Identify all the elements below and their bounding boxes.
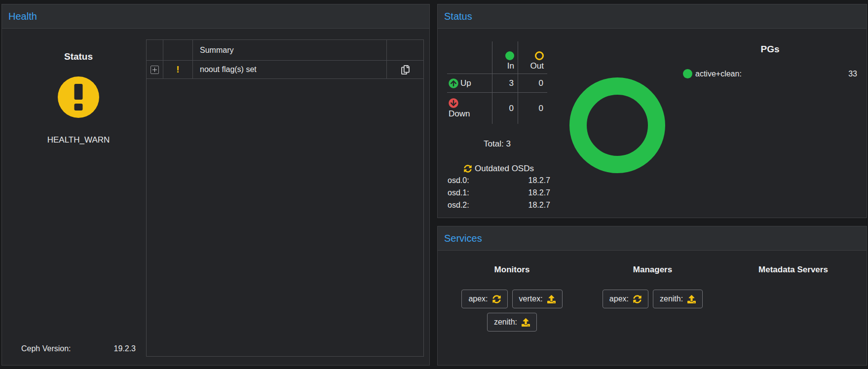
managers-buttons: apex: zenith: [582,290,723,308]
osd-name: osd.2: [448,201,469,210]
health-panel: Health Status HEALTH_WARN Ceph Version: … [1,4,430,366]
osd-in-header: In [492,41,518,74]
managers-column: Managers apex: zenith: [582,251,723,308]
pgs-legend-value: 33 [848,70,857,78]
services-panel: Services Monitors apex: vertex: zenith: … [437,226,867,366]
monitors-title: Monitors [494,265,530,275]
summary-table-header-row: Summary [147,40,423,61]
status-panel-title: Status [444,11,472,22]
service-label: apex: [468,295,488,303]
service-label: zenith: [660,295,683,303]
service-button-mon-apex[interactable]: apex: [461,290,507,308]
metadata-servers-title: Metadata Servers [758,265,828,275]
expand-column-header [147,40,163,60]
warning-icon: ! [176,64,179,75]
refresh-icon [492,295,501,303]
service-button-mgr-apex[interactable]: apex: [603,290,648,308]
out-ring-icon [535,51,544,60]
osd-down-out-value: 0 [518,93,547,124]
in-dot-icon [505,51,514,60]
osd-name: osd.1: [448,188,469,197]
service-label: zenith: [494,318,517,327]
expand-cell [147,61,163,78]
out-label: Out [530,61,544,71]
services-panel-title: Services [444,233,482,244]
pgs-legend-row: active+clean: 33 [683,69,857,78]
osd-down-row-label: Down [447,93,492,124]
monitors-buttons: apex: vertex: zenith: [442,290,582,332]
metadata-servers-column: Metadata Servers [723,251,864,290]
down-label: Down [449,109,492,119]
outdated-osds-block: Outdated OSDs osd.0: 18.2.7 osd.1: 18.2.… [448,163,550,211]
osd-version: 18.2.7 [528,176,550,185]
pgs-title: PGs [683,44,857,55]
pgs-legend-label: active+clean: [695,70,742,78]
osd-version: 18.2.7 [528,201,550,210]
copy-cell [387,61,423,78]
osd-up-in-value: 3 [492,74,518,93]
health-panel-title: Health [8,11,37,22]
upload-icon [522,318,530,327]
health-status-value: HEALTH_WARN [47,135,110,145]
osd-name: osd.0: [448,176,469,185]
health-panel-header: Health [2,4,429,29]
arrow-circle-down-icon [449,98,458,108]
service-label: vertex: [519,295,543,303]
ceph-version-row: Ceph Version: 19.2.3 [21,344,136,353]
outdated-osds-title: Outdated OSDs [475,164,534,174]
status-panel: Status In Out Up 3 0 Down 0 0 Total: 3 O… [437,4,867,218]
table-row[interactable]: ! noout flag(s) set [147,61,423,79]
severity-column-header [163,40,193,60]
managers-title: Managers [633,265,672,275]
upload-icon [547,295,556,303]
osd-total: Total: 3 [447,139,547,149]
in-label: In [507,61,514,71]
active-clean-dot-icon [683,69,692,78]
pgs-block: PGs active+clean: 33 [683,44,857,78]
status-panel-header: Status [438,4,867,29]
expand-plus-icon[interactable] [151,66,159,74]
outdated-osds-title-row: Outdated OSDs [448,163,550,174]
up-label: Up [460,78,471,88]
summary-column-header: Summary [193,40,387,60]
list-item: osd.0: 18.2.7 [448,174,550,186]
refresh-icon [464,165,472,173]
monitors-column: Monitors apex: vertex: zenith: [442,251,582,332]
list-item: osd.2: 18.2.7 [448,199,550,211]
osd-updown-table: In Out Up 3 0 Down 0 0 [447,41,547,124]
osd-up-row-label: Up [447,74,492,93]
list-item: osd.1: 18.2.7 [448,186,550,199]
pgs-donut-chart [569,77,665,173]
actions-column-header [387,40,423,60]
osd-table-corner-cell [447,41,492,74]
osd-out-header: Out [518,41,547,74]
service-label: apex: [609,295,629,303]
ceph-version-label: Ceph Version: [21,344,71,353]
health-summary-table: Summary ! noout flag(s) set [146,39,424,357]
health-warning-icon [58,76,99,118]
warning-exclamation-bar [75,84,83,100]
health-status-heading: Status [64,51,93,62]
summary-cell: noout flag(s) set [193,61,387,78]
services-panel-header: Services [438,226,867,251]
arrow-circle-up-icon [449,78,458,88]
service-button-mon-zenith[interactable]: zenith: [487,313,537,332]
warning-exclamation-dot [75,104,83,111]
upload-icon [687,295,696,303]
ceph-version-value: 19.2.3 [114,344,136,353]
severity-cell: ! [163,61,193,78]
refresh-icon [633,295,642,303]
health-status-column: Status HEALTH_WARN Ceph Version: 19.2.3 [17,29,140,366]
service-button-mon-vertex[interactable]: vertex: [512,290,563,308]
service-button-mgr-zenith[interactable]: zenith: [653,290,703,308]
copy-icon[interactable] [401,65,410,74]
osd-up-out-value: 0 [518,74,547,93]
osd-down-in-value: 0 [492,93,518,124]
osd-version: 18.2.7 [528,188,550,197]
